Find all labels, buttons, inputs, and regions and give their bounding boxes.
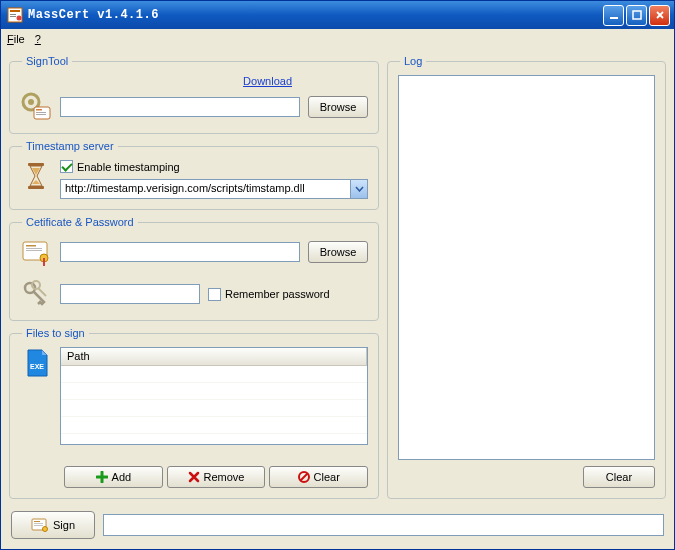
files-group: Files to sign EXE Path	[9, 327, 379, 499]
svg-rect-13	[36, 112, 46, 113]
files-legend: Files to sign	[22, 327, 89, 339]
right-column: Log Clear	[387, 55, 666, 499]
files-listview[interactable]: Path	[60, 347, 368, 445]
svg-line-26	[300, 474, 307, 481]
log-legend: Log	[400, 55, 426, 67]
keys-icon	[20, 278, 52, 310]
svg-rect-5	[610, 17, 618, 19]
enable-timestamping-label: Enable timestamping	[77, 161, 180, 173]
cert-legend: Cetificate & Password	[22, 216, 138, 228]
log-group: Log Clear	[387, 55, 666, 499]
timestamp-url-select[interactable]: http://timestamp.verisign.com/scripts/ti…	[60, 179, 368, 199]
svg-rect-6	[633, 11, 641, 19]
certificate-icon	[20, 236, 52, 268]
certificate-small-icon	[31, 517, 49, 533]
svg-point-31	[42, 527, 47, 532]
files-rows[interactable]	[61, 366, 367, 444]
app-icon	[7, 7, 23, 23]
remove-button-label: Remove	[204, 471, 245, 483]
menubar: File ?	[1, 29, 674, 49]
window-title: MassCert v1.4.1.6	[28, 8, 159, 22]
signtool-group: SignTool Download	[9, 55, 379, 134]
path-column[interactable]: Path	[61, 348, 367, 365]
timestamp-url-value: http://timestamp.verisign.com/scripts/ti…	[61, 180, 350, 198]
checkbox-checked-icon	[60, 160, 73, 173]
svg-rect-1	[10, 10, 20, 12]
svg-rect-19	[26, 248, 42, 249]
svg-rect-30	[34, 525, 43, 526]
hourglass-icon	[20, 160, 52, 192]
svg-rect-29	[34, 523, 43, 524]
app-window: MassCert v1.4.1.6 File ? SignTool	[0, 0, 675, 550]
menu-help[interactable]: ?	[35, 33, 41, 45]
svg-point-4	[17, 16, 22, 21]
files-column-header[interactable]: Path	[61, 348, 367, 366]
svg-rect-12	[36, 109, 42, 111]
add-button-label: Add	[112, 471, 132, 483]
files-clear-label: Clear	[314, 471, 340, 483]
svg-rect-2	[10, 14, 16, 15]
log-clear-button[interactable]: Clear	[583, 466, 655, 488]
maximize-button[interactable]	[626, 5, 647, 26]
svg-rect-3	[10, 16, 16, 17]
svg-rect-16	[28, 186, 44, 189]
svg-text:EXE: EXE	[30, 363, 44, 370]
files-clear-button[interactable]: Clear	[269, 466, 368, 488]
menu-file[interactable]: File	[7, 33, 25, 45]
cert-browse-button[interactable]: Browse	[308, 241, 368, 263]
svg-rect-20	[26, 250, 42, 251]
minimize-button[interactable]	[603, 5, 624, 26]
exe-file-icon: EXE	[20, 347, 52, 379]
left-column: SignTool Download	[9, 55, 379, 499]
signtool-browse-button[interactable]: Browse	[308, 96, 368, 118]
sign-button[interactable]: Sign	[11, 511, 95, 539]
enable-timestamping-checkbox[interactable]: Enable timestamping	[60, 160, 368, 173]
svg-rect-14	[36, 114, 46, 115]
svg-rect-28	[34, 521, 40, 522]
log-textbox[interactable]	[398, 75, 655, 460]
gear-icon	[20, 91, 52, 123]
remember-password-checkbox[interactable]: Remember password	[208, 288, 330, 301]
status-field	[103, 514, 664, 536]
timestamp-group: Timestamp server	[9, 140, 379, 210]
signtool-legend: SignTool	[22, 55, 72, 67]
x-icon	[188, 471, 200, 483]
sign-button-label: Sign	[53, 519, 75, 531]
content: SignTool Download	[1, 49, 674, 505]
timestamp-legend: Timestamp server	[22, 140, 118, 152]
password-input[interactable]	[60, 284, 200, 304]
cert-path-input[interactable]	[60, 242, 300, 262]
remove-button[interactable]: Remove	[167, 466, 266, 488]
signtool-path-input[interactable]	[60, 97, 300, 117]
titlebar: MassCert v1.4.1.6	[1, 1, 674, 29]
chevron-down-icon[interactable]	[350, 180, 367, 198]
remember-password-label: Remember password	[225, 288, 330, 300]
no-entry-icon	[298, 471, 310, 483]
svg-point-10	[28, 99, 34, 105]
svg-rect-18	[26, 245, 36, 247]
download-link[interactable]: Download	[243, 75, 292, 87]
bottom-bar: Sign	[1, 505, 674, 549]
cert-group: Cetificate & Password Browse	[9, 216, 379, 321]
add-button[interactable]: Add	[64, 466, 163, 488]
checkbox-empty-icon	[208, 288, 221, 301]
plus-icon	[96, 471, 108, 483]
close-button[interactable]	[649, 5, 670, 26]
